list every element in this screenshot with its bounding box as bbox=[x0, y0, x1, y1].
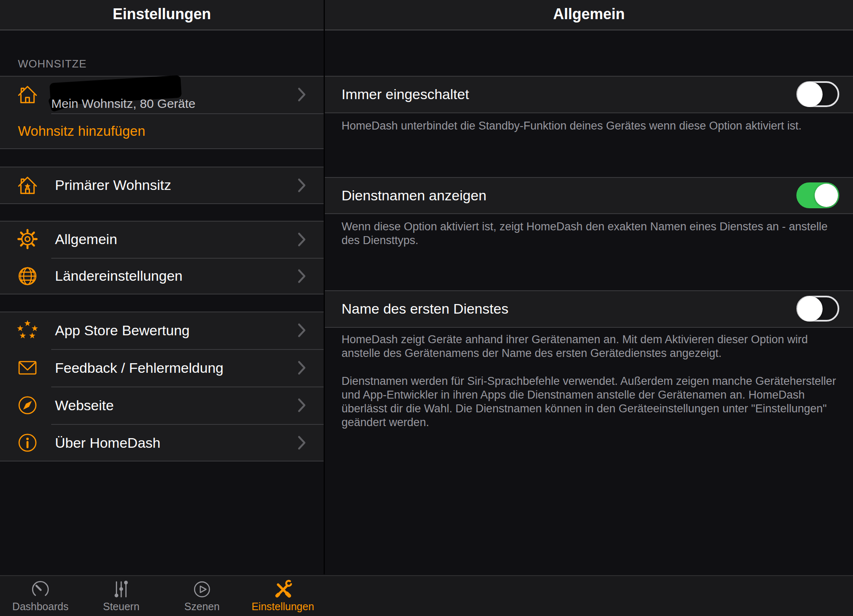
sidebar-item-residence[interactable]: Mein Wohnsitz, 80 Geräte bbox=[0, 76, 324, 113]
tools-icon bbox=[272, 579, 294, 600]
tab-szenen[interactable]: Szenen bbox=[162, 576, 242, 616]
tab-einstellungen[interactable]: Einstellungen bbox=[242, 576, 323, 616]
tab-label: Einstellungen bbox=[242, 601, 323, 613]
sidebar-item-label: Über HomeDash bbox=[55, 435, 160, 451]
setting-row-immer-eingeschaltet: Immer eingeschaltet bbox=[325, 76, 853, 112]
chevron-right-icon bbox=[297, 87, 307, 102]
tab-dashboards[interactable]: Dashboards bbox=[0, 576, 81, 616]
sidebar-item-ueber-homedash[interactable]: Über HomeDash bbox=[0, 424, 324, 461]
house-icon bbox=[16, 83, 39, 106]
chevron-right-icon bbox=[297, 232, 307, 247]
chevron-right-icon bbox=[297, 398, 307, 413]
sidebar-item-primary-residence[interactable]: Primärer Wohnsitz bbox=[0, 167, 324, 204]
five-stars-icon bbox=[16, 319, 39, 342]
setting-description: HomeDash zeigt Geräte anhand ihrer Gerät… bbox=[342, 333, 843, 360]
toggle-knob bbox=[815, 184, 838, 207]
sidebar-item-label: App Store Bewertung bbox=[55, 322, 190, 339]
section-label-wohnsitze: WOHNSITZE bbox=[18, 57, 87, 70]
sidebar-item-allgemein[interactable]: Allgemein bbox=[0, 221, 324, 258]
add-residence-button[interactable]: Wohnsitz hinzufügen bbox=[0, 113, 324, 148]
chevron-right-icon bbox=[297, 269, 307, 284]
sidebar-item-appstore-bewertung[interactable]: App Store Bewertung bbox=[0, 312, 324, 349]
dienstnamen-anzeigen-toggle[interactable] bbox=[796, 182, 839, 208]
tab-label: Dashboards bbox=[0, 601, 81, 613]
info-icon bbox=[16, 431, 39, 454]
setting-label: Dienstnamen anzeigen bbox=[342, 187, 486, 203]
chevron-right-icon bbox=[297, 360, 307, 375]
sidebar-item-webseite[interactable]: Webseite bbox=[0, 387, 324, 424]
gear-icon bbox=[16, 227, 39, 251]
compass-icon bbox=[16, 394, 39, 417]
sidebar-item-label: Webseite bbox=[55, 397, 114, 414]
setting-label: Name des ersten Dienstes bbox=[342, 301, 509, 317]
sliders-icon bbox=[110, 579, 132, 600]
play-circle-icon bbox=[191, 579, 213, 600]
tab-label: Steuern bbox=[81, 601, 162, 613]
detail-title: Allgemein bbox=[325, 5, 853, 23]
sidebar-item-label: Primärer Wohnsitz bbox=[55, 177, 171, 193]
tab-bar: Dashboards Steuern bbox=[0, 575, 853, 616]
gauge-icon bbox=[30, 579, 51, 600]
sidebar-item-laendereinstellungen[interactable]: Ländereinstellungen bbox=[0, 258, 324, 294]
setting-row-dienstnamen-anzeigen: Dienstnamen anzeigen bbox=[325, 177, 853, 213]
setting-description: HomeDash unterbindet die Standby-Funktio… bbox=[342, 119, 843, 133]
globe-icon bbox=[16, 264, 39, 288]
immer-eingeschaltet-toggle[interactable] bbox=[796, 81, 839, 107]
name-des-ersten-dienstes-toggle[interactable] bbox=[796, 296, 839, 322]
sidebar-item-label: Allgemein bbox=[55, 231, 117, 247]
add-residence-label: Wohnsitz hinzufügen bbox=[18, 123, 145, 139]
setting-label: Immer eingeschaltet bbox=[342, 86, 469, 102]
tab-steuern[interactable]: Steuern bbox=[81, 576, 162, 616]
setting-row-name-des-ersten-dienstes: Name des ersten Dienstes bbox=[325, 290, 853, 327]
sidebar-item-label: Ländereinstellungen bbox=[55, 268, 182, 284]
chevron-right-icon bbox=[297, 178, 307, 193]
envelope-icon bbox=[16, 356, 39, 379]
tab-label: Szenen bbox=[162, 601, 242, 613]
residence-subtitle: Mein Wohnsitz, 80 Geräte bbox=[51, 97, 195, 111]
sidebar-item-label: Feedback / Fehlermeldung bbox=[55, 360, 223, 376]
house-star-icon bbox=[16, 174, 39, 197]
homedash-settings-screen: Einstellungen Allgemein WOHNSITZE Mein W… bbox=[0, 0, 853, 616]
toggle-knob bbox=[797, 82, 823, 107]
sidebar-title: Einstellungen bbox=[0, 5, 324, 23]
chevron-right-icon bbox=[297, 323, 307, 338]
sidebar-item-feedback[interactable]: Feedback / Fehlermeldung bbox=[0, 349, 324, 387]
chevron-right-icon bbox=[297, 435, 307, 450]
header-separator bbox=[0, 30, 853, 30]
setting-description-2: Dienstnamen werden für Siri-Sprachbefehl… bbox=[342, 374, 843, 429]
setting-description: Wenn diese Option aktiviert ist, zeigt H… bbox=[342, 220, 843, 247]
toggle-knob bbox=[797, 296, 823, 322]
